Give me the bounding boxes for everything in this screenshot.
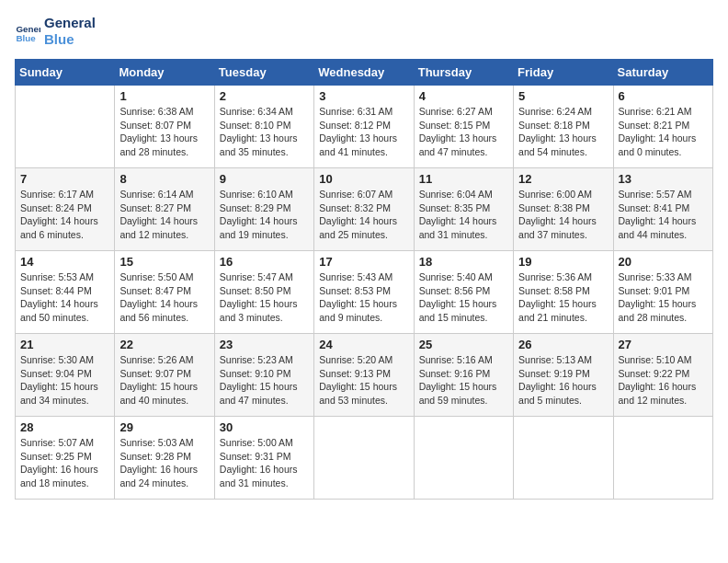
calendar-cell: 3Sunrise: 6:31 AM Sunset: 8:12 PM Daylig… xyxy=(314,86,414,168)
calendar-cell: 28Sunrise: 5:07 AM Sunset: 9:25 PM Dayli… xyxy=(16,417,115,500)
calendar-week-row: 1Sunrise: 6:38 AM Sunset: 8:07 PM Daylig… xyxy=(16,86,713,168)
day-number: 15 xyxy=(119,255,209,269)
calendar-week-row: 28Sunrise: 5:07 AM Sunset: 9:25 PM Dayli… xyxy=(16,417,713,500)
weekday-header-saturday: Saturday xyxy=(613,60,712,86)
calendar-cell xyxy=(414,417,513,500)
day-info: Sunrise: 6:17 AM Sunset: 8:24 PM Dayligh… xyxy=(20,188,109,242)
calendar-cell: 6Sunrise: 6:21 AM Sunset: 8:21 PM Daylig… xyxy=(613,86,712,168)
calendar-cell: 7Sunrise: 6:17 AM Sunset: 8:24 PM Daylig… xyxy=(16,168,115,251)
weekday-header-tuesday: Tuesday xyxy=(214,60,313,86)
day-info: Sunrise: 5:53 AM Sunset: 8:44 PM Dayligh… xyxy=(20,270,109,325)
calendar-cell: 16Sunrise: 5:47 AM Sunset: 8:50 PM Dayli… xyxy=(214,251,313,334)
day-number: 13 xyxy=(619,172,708,186)
day-number: 2 xyxy=(220,89,309,103)
svg-text:Blue: Blue xyxy=(16,33,36,43)
calendar-cell: 19Sunrise: 5:36 AM Sunset: 8:58 PM Dayli… xyxy=(514,251,613,334)
calendar-cell: 24Sunrise: 5:20 AM Sunset: 9:13 PM Dayli… xyxy=(314,334,414,417)
day-info: Sunrise: 5:40 AM Sunset: 8:56 PM Dayligh… xyxy=(419,270,508,325)
day-number: 12 xyxy=(518,172,608,186)
day-number: 6 xyxy=(619,89,708,103)
day-info: Sunrise: 6:00 AM Sunset: 8:38 PM Dayligh… xyxy=(518,188,608,242)
day-info: Sunrise: 6:24 AM Sunset: 8:18 PM Dayligh… xyxy=(518,105,608,159)
calendar-cell: 25Sunrise: 5:16 AM Sunset: 9:16 PM Dayli… xyxy=(414,334,513,417)
day-number: 30 xyxy=(220,420,309,434)
day-number: 16 xyxy=(220,255,309,269)
day-info: Sunrise: 6:31 AM Sunset: 8:12 PM Dayligh… xyxy=(319,105,408,159)
weekday-header-thursday: Thursday xyxy=(414,60,513,86)
day-number: 9 xyxy=(220,172,309,186)
calendar-cell: 20Sunrise: 5:33 AM Sunset: 9:01 PM Dayli… xyxy=(613,251,712,334)
calendar-cell: 13Sunrise: 5:57 AM Sunset: 8:41 PM Dayli… xyxy=(613,168,712,251)
day-info: Sunrise: 5:20 AM Sunset: 9:13 PM Dayligh… xyxy=(319,353,408,408)
day-info: Sunrise: 5:33 AM Sunset: 9:01 PM Dayligh… xyxy=(619,270,708,325)
calendar-cell xyxy=(314,417,414,500)
calendar-week-row: 14Sunrise: 5:53 AM Sunset: 8:44 PM Dayli… xyxy=(16,251,713,334)
calendar-cell: 23Sunrise: 5:23 AM Sunset: 9:10 PM Dayli… xyxy=(214,334,313,417)
calendar-cell: 10Sunrise: 6:07 AM Sunset: 8:32 PM Dayli… xyxy=(314,168,414,251)
calendar-cell: 5Sunrise: 6:24 AM Sunset: 8:18 PM Daylig… xyxy=(514,86,613,168)
day-info: Sunrise: 5:10 AM Sunset: 9:22 PM Dayligh… xyxy=(619,353,708,408)
day-number: 18 xyxy=(419,255,508,269)
calendar-cell: 4Sunrise: 6:27 AM Sunset: 8:15 PM Daylig… xyxy=(414,86,513,168)
day-info: Sunrise: 6:27 AM Sunset: 8:15 PM Dayligh… xyxy=(419,105,508,159)
calendar-cell xyxy=(16,86,115,168)
calendar-cell: 12Sunrise: 6:00 AM Sunset: 8:38 PM Dayli… xyxy=(514,168,613,251)
weekday-header-monday: Monday xyxy=(115,60,214,86)
day-number: 25 xyxy=(419,338,508,351)
calendar-cell: 29Sunrise: 5:03 AM Sunset: 9:28 PM Dayli… xyxy=(115,417,214,500)
day-number: 11 xyxy=(419,172,508,186)
day-info: Sunrise: 5:07 AM Sunset: 9:25 PM Dayligh… xyxy=(20,436,109,490)
day-info: Sunrise: 5:03 AM Sunset: 9:28 PM Dayligh… xyxy=(119,436,209,490)
calendar-cell: 17Sunrise: 5:43 AM Sunset: 8:53 PM Dayli… xyxy=(314,251,414,334)
day-number: 3 xyxy=(319,89,408,103)
calendar-cell: 26Sunrise: 5:13 AM Sunset: 9:19 PM Dayli… xyxy=(514,334,613,417)
day-number: 24 xyxy=(319,338,408,351)
day-info: Sunrise: 5:43 AM Sunset: 8:53 PM Dayligh… xyxy=(319,270,408,325)
day-number: 27 xyxy=(619,338,708,351)
day-number: 23 xyxy=(220,338,309,351)
day-number: 28 xyxy=(20,420,109,434)
day-info: Sunrise: 5:47 AM Sunset: 8:50 PM Dayligh… xyxy=(220,270,309,325)
calendar-table: SundayMondayTuesdayWednesdayThursdayFrid… xyxy=(15,59,713,500)
calendar-cell xyxy=(514,417,613,500)
calendar-cell: 9Sunrise: 6:10 AM Sunset: 8:29 PM Daylig… xyxy=(214,168,313,251)
calendar-week-row: 7Sunrise: 6:17 AM Sunset: 8:24 PM Daylig… xyxy=(16,168,713,251)
calendar-cell: 2Sunrise: 6:34 AM Sunset: 8:10 PM Daylig… xyxy=(214,86,313,168)
day-info: Sunrise: 6:14 AM Sunset: 8:27 PM Dayligh… xyxy=(119,188,209,242)
day-info: Sunrise: 6:34 AM Sunset: 8:10 PM Dayligh… xyxy=(220,105,309,159)
day-info: Sunrise: 5:50 AM Sunset: 8:47 PM Dayligh… xyxy=(119,270,209,325)
calendar-cell: 15Sunrise: 5:50 AM Sunset: 8:47 PM Dayli… xyxy=(115,251,214,334)
day-number: 20 xyxy=(619,255,708,269)
calendar-cell: 22Sunrise: 5:26 AM Sunset: 9:07 PM Dayli… xyxy=(115,334,214,417)
calendar-week-row: 21Sunrise: 5:30 AM Sunset: 9:04 PM Dayli… xyxy=(16,334,713,417)
calendar-cell: 14Sunrise: 5:53 AM Sunset: 8:44 PM Dayli… xyxy=(16,251,115,334)
day-number: 1 xyxy=(119,89,209,103)
page-header: General Blue General Blue xyxy=(15,15,713,48)
day-number: 26 xyxy=(518,338,608,351)
day-number: 19 xyxy=(518,255,608,269)
day-number: 4 xyxy=(419,89,508,103)
day-number: 8 xyxy=(119,172,209,186)
day-info: Sunrise: 6:38 AM Sunset: 8:07 PM Dayligh… xyxy=(119,105,209,159)
calendar-cell: 27Sunrise: 5:10 AM Sunset: 9:22 PM Dayli… xyxy=(613,334,712,417)
day-info: Sunrise: 5:36 AM Sunset: 8:58 PM Dayligh… xyxy=(518,270,608,325)
calendar-cell: 11Sunrise: 6:04 AM Sunset: 8:35 PM Dayli… xyxy=(414,168,513,251)
day-info: Sunrise: 5:00 AM Sunset: 9:31 PM Dayligh… xyxy=(220,436,309,490)
calendar-cell: 1Sunrise: 6:38 AM Sunset: 8:07 PM Daylig… xyxy=(115,86,214,168)
day-info: Sunrise: 5:16 AM Sunset: 9:16 PM Dayligh… xyxy=(419,353,508,408)
day-number: 5 xyxy=(518,89,608,103)
day-number: 14 xyxy=(20,255,109,269)
day-info: Sunrise: 6:07 AM Sunset: 8:32 PM Dayligh… xyxy=(319,188,408,242)
day-info: Sunrise: 5:26 AM Sunset: 9:07 PM Dayligh… xyxy=(119,353,209,408)
weekday-header-sunday: Sunday xyxy=(16,60,115,86)
day-info: Sunrise: 6:04 AM Sunset: 8:35 PM Dayligh… xyxy=(419,188,508,242)
day-info: Sunrise: 5:13 AM Sunset: 9:19 PM Dayligh… xyxy=(518,353,608,408)
day-info: Sunrise: 6:10 AM Sunset: 8:29 PM Dayligh… xyxy=(220,188,309,242)
weekday-header-wednesday: Wednesday xyxy=(314,60,414,86)
logo-line2: Blue xyxy=(44,31,96,48)
day-number: 22 xyxy=(119,338,209,351)
day-number: 10 xyxy=(319,172,408,186)
day-number: 29 xyxy=(119,420,209,434)
logo-line1: General xyxy=(44,15,96,31)
day-info: Sunrise: 5:23 AM Sunset: 9:10 PM Dayligh… xyxy=(220,353,309,408)
